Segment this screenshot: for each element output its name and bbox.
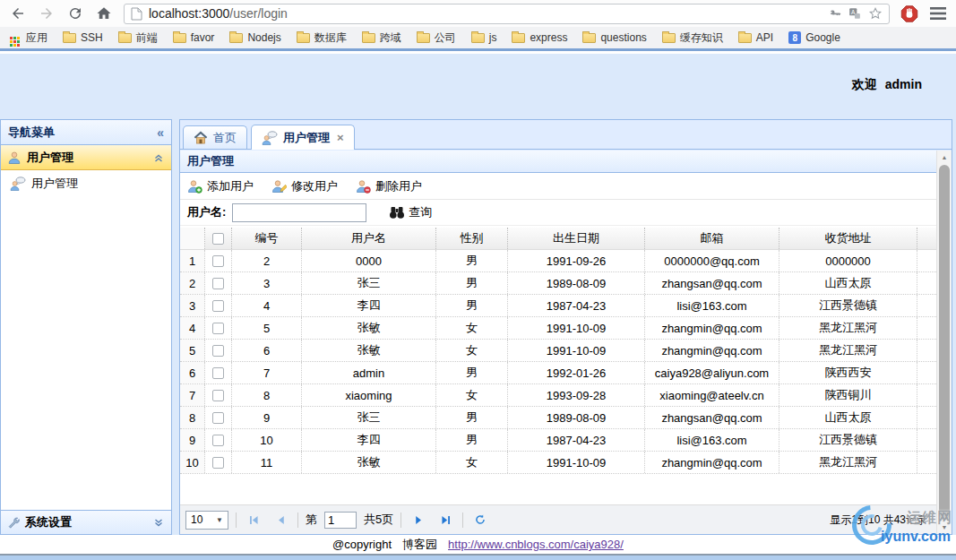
cell-email: caiya928@aliyun.com [645, 362, 779, 383]
address-bar[interactable]: localhost:3000/user/login A [124, 4, 890, 24]
username-search-input[interactable] [232, 203, 366, 222]
bookmark-icon [738, 33, 752, 43]
cell-address: 0000000 [779, 250, 917, 271]
first-page-button[interactable] [244, 510, 263, 530]
table-row[interactable]: 5 6 张敏 女 1991-10-09 zhangmin@qq.com 黑龙江黑… [180, 340, 936, 362]
query-button[interactable]: 查询 [389, 204, 432, 220]
table-row[interactable]: 9 10 李四 男 1987-04-23 lisi@163.com 江西景德镇 [180, 429, 936, 452]
prev-page-button[interactable] [271, 510, 290, 530]
add-user-button[interactable]: 添加用户 [187, 178, 254, 194]
table-row[interactable]: 2 3 张三 男 1989-08-09 zhangsan@qq.com 山西太原 [180, 272, 936, 295]
bookmark-item[interactable]: Google [788, 31, 840, 44]
cell-birthdate: 1991-10-09 [508, 340, 645, 361]
bookmark-item[interactable]: 应用 [9, 30, 47, 46]
table-row[interactable]: 10 11 张敏 女 1991-10-09 zhangmin@qq.com 黑龙… [180, 452, 936, 474]
cell-gender: 男 [436, 429, 508, 451]
copyright-text: @copyright [332, 538, 392, 551]
row-checkbox[interactable] [212, 300, 224, 312]
home-icon[interactable] [95, 4, 113, 22]
cell-rownum: 4 [180, 317, 205, 339]
cell-checkbox [205, 384, 232, 406]
blog-link[interactable]: http://www.cnblogs.com/caiya928/ [448, 538, 624, 551]
page-number-input[interactable] [324, 512, 357, 529]
cell-address: 黑龙江黑河 [779, 317, 917, 339]
cell-rownum: 10 [180, 452, 205, 473]
row-checkbox[interactable] [212, 345, 224, 357]
bookmark-item[interactable]: 前端 [118, 30, 158, 46]
tab-user-management[interactable]: 用户管理 × [251, 125, 355, 150]
header-email[interactable]: 邮箱 [645, 228, 779, 249]
site-name: 博客园 [402, 537, 437, 553]
row-checkbox[interactable] [212, 412, 224, 424]
row-checkbox[interactable] [212, 278, 224, 289]
header-address[interactable]: 收货地址 [779, 228, 917, 249]
chevron-double-down-icon[interactable] [152, 516, 165, 529]
row-checkbox[interactable] [212, 435, 224, 446]
sidebar-item-user-management[interactable]: 用户管理 [1, 170, 171, 197]
header-username[interactable]: 用户名 [302, 228, 436, 249]
bookmark-item[interactable]: 公司 [417, 30, 456, 46]
bookmark-item[interactable]: favor [173, 31, 215, 44]
cell-id: 4 [232, 295, 302, 316]
bookmark-item[interactable]: SSH [63, 31, 103, 44]
header-birthdate[interactable]: 出生日期 [508, 228, 645, 249]
chevron-double-up-icon[interactable] [152, 151, 165, 164]
row-checkbox[interactable] [212, 323, 224, 334]
scrollbar-thumb[interactable] [939, 165, 950, 520]
bookmark-item[interactable]: express [512, 31, 567, 44]
select-all-checkbox[interactable] [212, 233, 224, 245]
back-icon[interactable] [9, 4, 27, 22]
vertical-scrollbar[interactable]: ▲ ▼ [936, 151, 952, 534]
translate-icon[interactable]: A [848, 7, 861, 20]
sidebar-collapse-icon[interactable]: « [157, 125, 164, 140]
menu-icon[interactable] [929, 4, 947, 22]
bookmark-item[interactable]: 缓存知识 [662, 30, 723, 46]
reload-icon[interactable] [66, 4, 84, 22]
next-page-button[interactable] [409, 510, 428, 530]
header-id[interactable]: 编号 [232, 228, 302, 249]
delete-user-button[interactable]: 删除用户 [356, 178, 422, 194]
cell-address: 黑龙江黑河 [779, 340, 917, 361]
table-row[interactable]: 7 8 xiaoming 女 1993-09-28 xiaoming@ateel… [180, 384, 936, 407]
bookmark-item[interactable]: 数据库 [297, 30, 347, 46]
bookmark-item[interactable]: Nodejs [229, 31, 280, 44]
forward-icon[interactable] [38, 4, 56, 22]
last-page-button[interactable] [435, 510, 455, 530]
row-checkbox[interactable] [212, 390, 224, 401]
adblock-stop-icon[interactable] [900, 4, 918, 22]
bookmark-star-icon[interactable] [868, 6, 883, 21]
url-text: localhost:3000/user/login [149, 6, 288, 21]
tab-home[interactable]: 首页 [183, 125, 247, 149]
cell-username: admin [302, 362, 436, 383]
page-size-select[interactable]: 10 ▼ [185, 511, 228, 530]
bookmark-item[interactable]: API [738, 31, 773, 44]
key-icon[interactable] [829, 7, 841, 20]
cell-id: 10 [232, 429, 302, 451]
row-checkbox[interactable] [212, 457, 224, 469]
bookmark-label: 公司 [435, 30, 456, 46]
refresh-button[interactable] [470, 510, 490, 530]
pager-separator [236, 513, 237, 528]
header-gender[interactable]: 性别 [436, 228, 508, 249]
page-label-suffix: 共5页 [364, 512, 393, 528]
bookmark-label: favor [191, 31, 215, 44]
bookmark-label: express [530, 31, 567, 44]
scrollbar-up-icon[interactable]: ▲ [937, 151, 952, 164]
edit-user-button[interactable]: 修改用户 [271, 178, 338, 194]
bookmark-item[interactable]: 跨域 [362, 30, 401, 46]
bookmark-item[interactable]: js [471, 31, 497, 44]
table-row[interactable]: 6 7 admin 男 1992-01-26 caiya928@aliyun.c… [180, 362, 936, 384]
table-row[interactable]: 8 9 张三 男 1989-08-09 zhangsan@qq.com 山西太原 [180, 407, 936, 429]
row-checkbox[interactable] [212, 255, 224, 267]
tab-close-icon[interactable]: × [337, 131, 344, 144]
table-row[interactable]: 4 5 张敏 女 1991-10-09 zhangmin@qq.com 黑龙江黑… [180, 317, 936, 340]
table-row[interactable]: 1 2 0000 男 1991-09-26 0000000@qq.com 000… [180, 250, 936, 272]
accordion-user-management[interactable]: 用户管理 [1, 145, 171, 170]
bookmark-item[interactable]: questions [582, 31, 646, 44]
accordion-system-settings[interactable]: 系统设置 [1, 510, 171, 534]
scrollbar-down-icon[interactable]: ▼ [937, 521, 952, 534]
table-row[interactable]: 3 4 李四 男 1987-04-23 lisi@163.com 江西景德镇 [180, 295, 936, 317]
cell-checkbox [205, 295, 232, 316]
row-checkbox[interactable] [212, 367, 224, 379]
pager-separator [297, 513, 298, 528]
